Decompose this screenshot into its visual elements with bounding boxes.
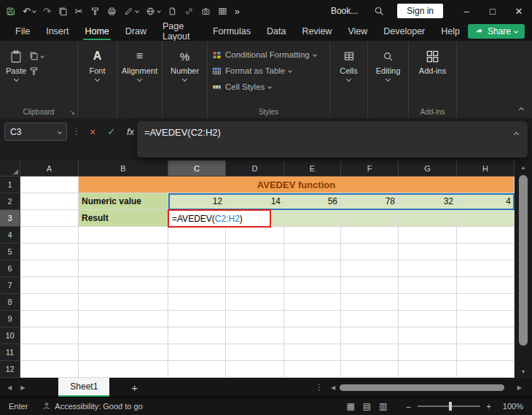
menu-tab-review[interactable]: Review — [294, 22, 340, 41]
cell-A9[interactable] — [20, 311, 79, 327]
editing-button[interactable]: Editing — [368, 45, 408, 81]
cell-C9[interactable] — [168, 311, 226, 327]
cell-B12[interactable] — [79, 361, 168, 378]
sign-in-button[interactable]: Sign in — [397, 4, 443, 18]
sheet-tab-sheet1[interactable]: Sheet1 — [58, 378, 109, 397]
cell-B4[interactable] — [79, 227, 168, 244]
cell-D11[interactable] — [226, 344, 284, 361]
cell-F9[interactable] — [341, 311, 399, 327]
cell-C11[interactable] — [168, 344, 226, 361]
hscroll-right-icon[interactable]: ▶ — [517, 384, 522, 391]
row-header-9[interactable]: 9 — [0, 311, 20, 327]
close-button[interactable]: ✕ — [506, 0, 532, 22]
cell-F4[interactable] — [341, 227, 399, 244]
cell-G5[interactable] — [399, 244, 457, 260]
cell-D2[interactable]: 14 — [226, 193, 284, 210]
globe-icon[interactable] — [146, 7, 160, 16]
column-header-A[interactable]: A — [20, 160, 79, 177]
row-header-7[interactable]: 7 — [0, 277, 20, 294]
copy-icon[interactable] — [58, 7, 68, 16]
cell-G12[interactable] — [399, 361, 457, 378]
cell-F11[interactable] — [341, 344, 399, 361]
cell-C6[interactable] — [168, 260, 226, 277]
column-header-H[interactable]: H — [457, 160, 515, 177]
cell-C12[interactable] — [168, 361, 226, 378]
cell-B9[interactable] — [79, 311, 168, 327]
row-header-4[interactable]: 4 — [0, 227, 20, 244]
confirm-entry-button[interactable]: ✓ — [104, 123, 119, 141]
cell-H9[interactable] — [457, 311, 515, 327]
cell-A12[interactable] — [20, 361, 79, 378]
addins-button[interactable]: Add-ins — [409, 45, 456, 75]
cell-E3[interactable] — [284, 210, 341, 227]
printer-icon[interactable] — [107, 7, 117, 16]
cell-F10[interactable] — [341, 327, 399, 344]
cell-G6[interactable] — [399, 260, 457, 277]
zoom-slider[interactable] — [418, 406, 480, 407]
cell-A2[interactable] — [20, 193, 79, 210]
cell-B10[interactable] — [79, 327, 168, 344]
cell-E12[interactable] — [284, 361, 341, 378]
zoom-out-icon[interactable]: – — [406, 402, 410, 411]
banner-cell[interactable]: AVEDEV function — [79, 177, 515, 193]
vertical-scroll-thumb[interactable] — [519, 175, 528, 346]
cell-A3[interactable] — [20, 210, 79, 227]
redo-icon[interactable]: ↷ — [43, 7, 51, 16]
cell-H8[interactable] — [457, 294, 515, 311]
row-header-11[interactable]: 11 — [0, 344, 20, 361]
menu-tab-view[interactable]: View — [340, 22, 375, 41]
cancel-entry-button[interactable]: × — [85, 123, 100, 141]
camera-icon[interactable] — [201, 7, 211, 16]
link-icon[interactable] — [184, 7, 194, 16]
name-box[interactable]: C3 — [4, 123, 67, 141]
page-layout-view-icon[interactable]: ▤ — [363, 401, 371, 411]
cell-F2[interactable]: 78 — [341, 193, 399, 210]
cell-E4[interactable] — [284, 227, 341, 244]
cell-E9[interactable] — [284, 311, 341, 327]
cell-D8[interactable] — [226, 294, 284, 311]
vertical-scrollbar[interactable]: ▲ ▼ — [515, 160, 532, 378]
cell-G9[interactable] — [399, 311, 457, 327]
cell-G11[interactable] — [399, 344, 457, 361]
cell-H7[interactable] — [457, 277, 515, 294]
cell-A8[interactable] — [20, 294, 79, 311]
cell-A11[interactable] — [20, 344, 79, 361]
menu-tab-developer[interactable]: Developer — [375, 22, 433, 41]
column-header-D[interactable]: D — [226, 160, 284, 177]
cell-E6[interactable] — [284, 260, 341, 277]
cell-E5[interactable] — [284, 244, 341, 260]
cell-D6[interactable] — [226, 260, 284, 277]
cell-B3[interactable]: Result — [79, 210, 168, 227]
minimize-button[interactable]: – — [453, 0, 480, 22]
cell-D7[interactable] — [226, 277, 284, 294]
scroll-down-icon[interactable]: ▼ — [521, 366, 526, 376]
horizontal-scroll-track[interactable] — [338, 384, 515, 391]
cell-F8[interactable] — [341, 294, 399, 311]
alignment-button[interactable]: ≡ Alignment — [117, 45, 162, 81]
menu-tab-formulas[interactable]: Formulas — [205, 22, 259, 41]
conditional-formatting-button[interactable]: Conditional Formatting — [212, 47, 326, 63]
qat-overflow-icon[interactable]: » — [235, 7, 240, 16]
scroll-up-icon[interactable]: ▲ — [521, 162, 526, 172]
clipboard-dialog-launcher-icon[interactable]: ↘ — [69, 109, 75, 116]
cell-H2[interactable]: 4 — [457, 193, 515, 210]
cell-H4[interactable] — [457, 227, 515, 244]
insert-function-button[interactable]: fx — [123, 123, 138, 141]
menu-tab-draw[interactable]: Draw — [117, 22, 154, 41]
cell-D9[interactable] — [226, 311, 284, 327]
cell-G8[interactable] — [399, 294, 457, 311]
row-header-6[interactable]: 6 — [0, 260, 20, 277]
cell-A5[interactable] — [20, 244, 79, 260]
cell-F6[interactable] — [341, 260, 399, 277]
collapse-formula-bar-icon[interactable] — [514, 132, 519, 137]
copy-small-button[interactable] — [29, 51, 44, 61]
sheet-nav-right-icon[interactable]: ▶ — [20, 384, 25, 391]
hscroll-left-icon[interactable]: ◀ — [331, 384, 335, 391]
row-header-3[interactable]: 3 — [0, 210, 20, 227]
cell-E10[interactable] — [284, 327, 341, 344]
cell-styles-button[interactable]: Cell Styles — [212, 79, 326, 95]
font-button[interactable]: A Font — [78, 45, 117, 81]
cell-C4[interactable] — [168, 227, 226, 244]
row-header-12[interactable]: 12 — [0, 361, 20, 378]
zoom-in-icon[interactable]: + — [487, 402, 491, 411]
